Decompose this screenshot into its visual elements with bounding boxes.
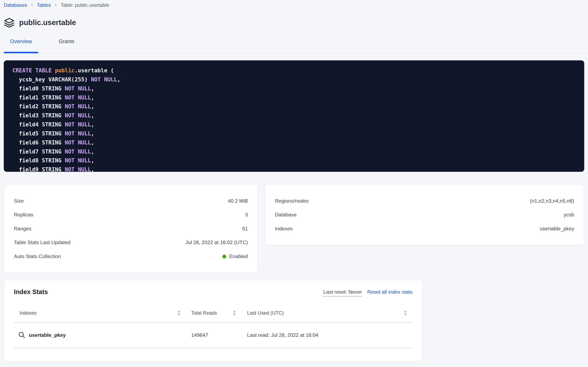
column-header-indexes[interactable]: Indexes (14, 310, 180, 316)
sql-line: field3 STRING NOT NULL, (12, 111, 580, 120)
breadcrumb-current: Table: public.usertable (61, 2, 109, 8)
tab-overview[interactable]: Overview (4, 31, 38, 53)
chevron-right-icon: › (55, 2, 57, 7)
index-stats-controls: Last reset: Never Reset all index stats (323, 289, 413, 297)
detail-row: Regions/nodes (n1,n2,n3,n4,n5,n6) (275, 194, 574, 208)
last-reset-label: Last reset: Never (323, 289, 362, 297)
index-stats-table-header: Indexes Total Reads Last Used (UTC) (14, 306, 413, 323)
summary-cards: Size 40.2 MiB Replicas 3 Ranges 51 Table… (4, 184, 584, 273)
table-details-page: Databases › Tables › Table: public.usert… (0, 0, 588, 367)
sort-icon (233, 310, 236, 316)
sql-line: field2 STRING NOT NULL, (12, 102, 580, 111)
search-icon (18, 331, 26, 339)
detail-row: Ranges 51 (14, 222, 248, 236)
sql-line: field5 STRING NOT NULL, (12, 129, 580, 138)
breadcrumb: Databases › Tables › Table: public.usert… (0, 0, 588, 8)
sql-lines: ycsb_key VARCHAR(255) NOT NULL, field0 S… (12, 75, 580, 172)
sql-line: ycsb_key VARCHAR(255) NOT NULL, (12, 75, 580, 84)
sort-icon (177, 310, 180, 316)
detail-row: Replicas 3 (14, 208, 248, 222)
sql-line: field9 STRING NOT NULL, (12, 165, 580, 172)
database-details-card: Regions/nodes (n1,n2,n3,n4,n5,n6) Databa… (265, 184, 584, 245)
reset-index-stats-link[interactable]: Reset all index stats (367, 289, 413, 295)
detail-row: Indexes usertable_pkey (275, 222, 574, 236)
sql-line: field0 STRING NOT NULL, (12, 84, 580, 93)
index-stats-header: Index Stats Last reset: Never Reset all … (14, 289, 413, 297)
index-stats-title: Index Stats (14, 289, 48, 296)
sql-line: field8 STRING NOT NULL, (12, 156, 580, 165)
last-used-value: Last read: Jul 28, 2022 at 16:04 (240, 332, 413, 338)
index-name-link[interactable]: usertable_pkey (29, 332, 66, 338)
sql-line: CREATE TABLE public.usertable ( (12, 66, 580, 75)
detail-row: Table Stats Last Updated Jul 28, 2022 at… (14, 235, 248, 250)
sql-line: field6 STRING NOT NULL, (12, 138, 580, 147)
layers-icon (4, 17, 15, 28)
detail-row: Database ycsb (275, 208, 574, 222)
chevron-right-icon: › (31, 2, 33, 7)
page-header: public.usertable (4, 17, 588, 28)
breadcrumb-link-databases[interactable]: Databases (4, 2, 27, 8)
status-dot (223, 254, 226, 258)
index-stats-table: Indexes Total Reads Last Used (UTC) (14, 306, 413, 349)
sql-line: field4 STRING NOT NULL, (12, 120, 580, 129)
tab-grants[interactable]: Grants (52, 31, 81, 53)
index-stats-card: Index Stats Last reset: Never Reset all … (4, 280, 422, 362)
detail-row: Auto Stats Collection Enabled (14, 250, 248, 263)
index-stats-row: usertable_pkey 149647 Last read: Jul 28,… (14, 323, 413, 349)
page-title: public.usertable (19, 18, 76, 27)
breadcrumb-link-tables[interactable]: Tables (37, 2, 51, 8)
total-reads-value: 149647 (180, 332, 240, 338)
tab-bar: Overview Grants (0, 31, 588, 53)
sql-line: field1 STRING NOT NULL, (12, 93, 580, 102)
column-header-last-used[interactable]: Last Used (UTC) (240, 310, 413, 316)
detail-row: Size 40.2 MiB (14, 194, 248, 208)
column-header-total-reads[interactable]: Total Reads (180, 310, 240, 316)
sort-icon (404, 310, 407, 316)
create-table-sql-panel: CREATE TABLE public.usertable ( ycsb_key… (4, 60, 584, 172)
sql-line: field7 STRING NOT NULL, (12, 147, 580, 156)
table-details-card: Size 40.2 MiB Replicas 3 Ranges 51 Table… (4, 184, 258, 273)
